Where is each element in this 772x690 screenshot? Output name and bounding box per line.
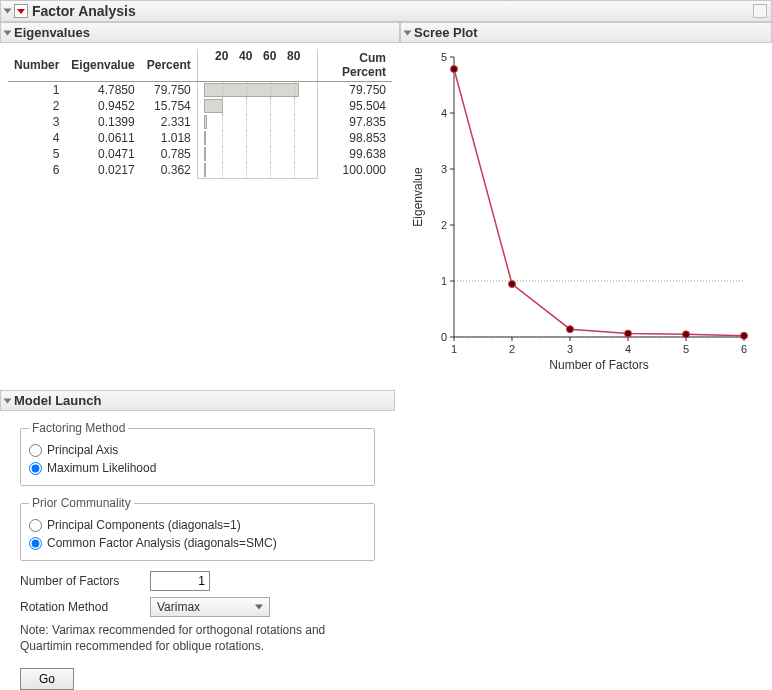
- table-row: 30.13992.33197.835: [8, 114, 392, 130]
- disclosure-icon[interactable]: [4, 398, 12, 403]
- cell-bar: [197, 114, 317, 130]
- cell-bar: [197, 146, 317, 162]
- model-header: Model Launch: [0, 390, 395, 411]
- cell-cum: 98.853: [317, 130, 392, 146]
- svg-text:5: 5: [683, 343, 689, 355]
- table-row: 40.06111.01898.853: [8, 130, 392, 146]
- svg-text:5: 5: [441, 51, 447, 63]
- principal-components-radio[interactable]: [29, 519, 42, 532]
- principal-axis-label: Principal Axis: [47, 443, 118, 457]
- maximum-likelihood-label: Maximum Likelihood: [47, 461, 156, 475]
- col-bar: 20 40 60 80: [197, 49, 317, 82]
- svg-text:2: 2: [509, 343, 515, 355]
- common-factor-label: Common Factor Analysis (diagonals=SMC): [47, 536, 277, 550]
- num-factors-input[interactable]: [150, 571, 210, 591]
- cell-percent: 0.362: [141, 162, 198, 179]
- cell-bar: [197, 82, 317, 99]
- svg-text:Eigenvalue: Eigenvalue: [411, 167, 425, 227]
- svg-text:1: 1: [451, 343, 457, 355]
- svg-point-32: [683, 331, 690, 338]
- cell-cum: 95.504: [317, 98, 392, 114]
- cell-number: 6: [8, 162, 65, 179]
- table-row: 60.02170.362100.000: [8, 162, 392, 179]
- main-title: Factor Analysis: [32, 3, 136, 19]
- svg-text:4: 4: [441, 107, 447, 119]
- scree-header: Scree Plot: [400, 22, 772, 43]
- svg-point-28: [451, 66, 458, 73]
- num-factors-label: Number of Factors: [20, 574, 150, 588]
- cell-bar: [197, 130, 317, 146]
- svg-text:0: 0: [441, 331, 447, 343]
- svg-text:Number of Factors: Number of Factors: [549, 358, 648, 372]
- cell-eigen: 4.7850: [65, 82, 140, 99]
- cell-cum: 79.750: [317, 82, 392, 99]
- svg-text:1: 1: [441, 275, 447, 287]
- cell-percent: 2.331: [141, 114, 198, 130]
- eigenvalues-header: Eigenvalues: [0, 22, 400, 43]
- factoring-method-group: Factoring Method Principal Axis Maximum …: [20, 421, 375, 486]
- disclosure-icon[interactable]: [404, 30, 412, 35]
- cell-percent: 0.785: [141, 146, 198, 162]
- svg-text:6: 6: [741, 343, 747, 355]
- svg-text:4: 4: [625, 343, 631, 355]
- scree-plot: 012345123456Number of FactorsEigenvalue: [404, 47, 754, 377]
- cell-percent: 79.750: [141, 82, 198, 99]
- table-row: 20.945215.75495.504: [8, 98, 392, 114]
- col-number: Number: [8, 49, 65, 82]
- eigenvalues-table: Number Eigenvalue Percent 20 40 60 80 Cu…: [0, 43, 400, 185]
- col-eigen: Eigenvalue: [65, 49, 140, 82]
- rotation-note: Note: Varimax recommended for orthogonal…: [20, 623, 350, 654]
- cell-number: 5: [8, 146, 65, 162]
- principal-components-label: Principal Components (diagonals=1): [47, 518, 241, 532]
- rotation-select[interactable]: Varimax: [150, 597, 270, 617]
- scree-title: Scree Plot: [414, 25, 478, 40]
- svg-point-29: [509, 281, 516, 288]
- cell-bar: [197, 98, 317, 114]
- svg-point-33: [741, 332, 748, 339]
- svg-text:3: 3: [441, 163, 447, 175]
- prior-legend: Prior Communality: [29, 496, 134, 510]
- cell-percent: 1.018: [141, 130, 198, 146]
- cell-bar: [197, 162, 317, 179]
- menu-button-icon[interactable]: [14, 4, 28, 18]
- svg-text:2: 2: [441, 219, 447, 231]
- cell-eigen: 0.0611: [65, 130, 140, 146]
- svg-text:3: 3: [567, 343, 573, 355]
- cell-eigen: 0.9452: [65, 98, 140, 114]
- cell-eigen: 0.0471: [65, 146, 140, 162]
- principal-axis-radio[interactable]: [29, 444, 42, 457]
- disclosure-icon[interactable]: [4, 9, 12, 14]
- cell-number: 3: [8, 114, 65, 130]
- go-button[interactable]: Go: [20, 668, 74, 690]
- cell-number: 4: [8, 130, 65, 146]
- rotation-label: Rotation Method: [20, 600, 150, 614]
- svg-point-30: [567, 326, 574, 333]
- table-row: 50.04710.78599.638: [8, 146, 392, 162]
- factoring-legend: Factoring Method: [29, 421, 128, 435]
- eigenvalues-title: Eigenvalues: [14, 25, 90, 40]
- cell-cum: 99.638: [317, 146, 392, 162]
- col-percent: Percent: [141, 49, 198, 82]
- disclosure-icon[interactable]: [4, 30, 12, 35]
- cell-cum: 100.000: [317, 162, 392, 179]
- common-factor-radio[interactable]: [29, 537, 42, 550]
- rotation-value: Varimax: [157, 600, 200, 614]
- table-row: 14.785079.75079.750: [8, 82, 392, 99]
- svg-point-31: [625, 330, 632, 337]
- cell-percent: 15.754: [141, 98, 198, 114]
- cell-number: 2: [8, 98, 65, 114]
- maximum-likelihood-radio[interactable]: [29, 462, 42, 475]
- prior-communality-group: Prior Communality Principal Components (…: [20, 496, 375, 561]
- cell-eigen: 0.1399: [65, 114, 140, 130]
- help-icon[interactable]: [753, 4, 767, 18]
- main-header: Factor Analysis: [0, 0, 772, 22]
- cell-eigen: 0.0217: [65, 162, 140, 179]
- cell-number: 1: [8, 82, 65, 99]
- model-title: Model Launch: [14, 393, 101, 408]
- cell-cum: 97.835: [317, 114, 392, 130]
- col-cum: Cum Percent: [317, 49, 392, 82]
